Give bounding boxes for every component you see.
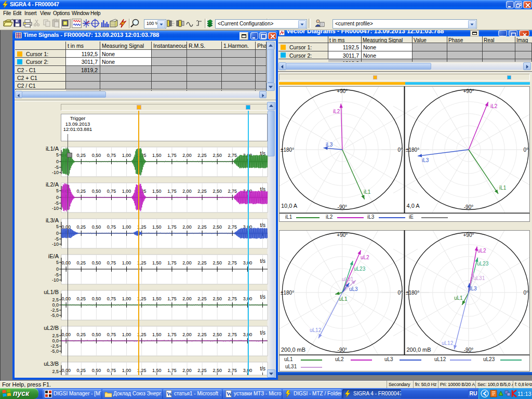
svg-text:0,75: 0,75 (107, 368, 116, 373)
svg-text:0,75: 0,75 (107, 260, 116, 265)
svg-text:-2,5: -2,5 (50, 343, 59, 349)
svg-text:+90°: +90° (337, 88, 348, 94)
svg-text:1,75: 1,75 (167, 296, 177, 301)
svg-text:-5,0: -5,0 (50, 313, 59, 318)
svg-text:uL31: uL31 (342, 276, 354, 282)
svg-text:iL3: iL3 (326, 142, 333, 148)
svg-text:0,25: 0,25 (77, 368, 86, 373)
svg-text:1,00: 1,00 (122, 368, 131, 373)
svg-text:0,25: 0,25 (77, 189, 86, 194)
svg-text:+90°: +90° (463, 232, 474, 238)
svg-text:2,25: 2,25 (197, 153, 207, 158)
svg-text:5: 5 (56, 224, 59, 229)
svg-text:W: W (167, 391, 172, 397)
svg-text:±180°: ±180° (281, 147, 294, 153)
svg-text:uL23: uL23 (477, 261, 489, 267)
svg-text:200,0 mB: 200,0 mB (407, 347, 431, 353)
svg-text:0,50: 0,50 (92, 224, 101, 230)
svg-text:2,50: 2,50 (212, 260, 222, 265)
svg-text:uL12: uL12 (310, 327, 322, 333)
svg-text:0°: 0° (523, 290, 528, 296)
svg-text:0,00: 0,00 (61, 332, 71, 337)
svg-text:±180°: ±180° (406, 147, 419, 153)
svg-text:0,75: 0,75 (107, 153, 116, 158)
svg-text:-10: -10 (52, 242, 59, 247)
svg-text:0: 0 (56, 195, 59, 200)
svg-text:t/s: t/s (260, 366, 265, 371)
svg-text:2,75: 2,75 (228, 153, 237, 158)
svg-text:-90°: -90° (464, 347, 473, 353)
svg-text:2,50: 2,50 (212, 224, 222, 230)
svg-text:-5: -5 (55, 165, 59, 170)
svg-text:t/s: t/s (260, 330, 265, 336)
svg-text:uL3: uL3 (349, 286, 358, 292)
svg-text:2,50: 2,50 (212, 153, 222, 158)
svg-text:1,50: 1,50 (152, 368, 162, 373)
svg-text:1,50: 1,50 (152, 153, 162, 158)
svg-text:2,00: 2,00 (182, 189, 192, 194)
svg-text:0,00: 0,00 (61, 260, 71, 265)
svg-text:1,75: 1,75 (167, 153, 177, 158)
svg-text:-2,5: -2,5 (50, 308, 59, 313)
svg-text:2,75: 2,75 (228, 332, 237, 337)
svg-text:uL1: uL1 (339, 296, 348, 302)
svg-text:10,0 A: 10,0 A (281, 203, 298, 209)
svg-text:0,50: 0,50 (92, 296, 101, 301)
svg-text:200,0 mB: 200,0 mB (281, 347, 305, 353)
svg-text:2,5: 2,5 (52, 297, 59, 302)
svg-text:uL31: uL31 (473, 275, 485, 281)
svg-text:-90°: -90° (464, 204, 473, 210)
svg-text:1,75: 1,75 (167, 368, 177, 373)
svg-text:-10: -10 (52, 206, 59, 211)
svg-text:0,50: 0,50 (92, 189, 101, 194)
svg-text:1,75: 1,75 (167, 189, 177, 194)
svg-text:t/s: t/s (260, 222, 265, 228)
svg-text:uL3: uL3 (468, 286, 477, 291)
svg-text:t/s: t/s (260, 258, 265, 264)
svg-text:W: W (227, 391, 232, 397)
svg-text:0,75: 0,75 (107, 296, 116, 301)
svg-text:+90°: +90° (463, 88, 474, 94)
svg-text:0,75: 0,75 (107, 189, 116, 194)
svg-text:uL23: uL23 (354, 266, 366, 272)
svg-text:±180°: ±180° (406, 290, 419, 296)
svg-text:1,50: 1,50 (152, 332, 162, 337)
svg-text:0: 0 (56, 267, 59, 272)
svg-text:uL1: uL1 (454, 295, 463, 301)
svg-text:uL2: uL2 (361, 255, 369, 260)
svg-text:uL3/B: uL3/B (44, 361, 59, 367)
svg-text:-5: -5 (55, 236, 59, 242)
svg-text:0,50: 0,50 (92, 260, 101, 265)
svg-text:0,25: 0,25 (77, 153, 86, 158)
svg-text:+90°: +90° (337, 232, 348, 238)
svg-text:1,00: 1,00 (122, 260, 131, 265)
svg-text:2,00: 2,00 (182, 368, 192, 373)
svg-text:0,00: 0,00 (61, 296, 71, 301)
svg-text:1,00: 1,00 (122, 189, 131, 194)
svg-text:2,50: 2,50 (212, 189, 222, 194)
svg-text:2,25: 2,25 (197, 368, 207, 373)
svg-text:-5,0: -5,0 (50, 349, 59, 354)
svg-text:2,00: 2,00 (182, 332, 192, 337)
svg-text:2,50: 2,50 (212, 296, 222, 301)
svg-text:1,50: 1,50 (152, 260, 162, 265)
svg-text:2,50: 2,50 (212, 332, 222, 337)
svg-text:0,25: 0,25 (77, 224, 86, 230)
svg-text:2,00: 2,00 (182, 296, 192, 301)
svg-text:2,00: 2,00 (182, 260, 192, 265)
svg-text:5: 5 (56, 152, 59, 157)
svg-text:iL1: iL1 (364, 189, 371, 195)
svg-text:-90°: -90° (338, 204, 347, 210)
svg-text:0,0: 0,0 (52, 338, 59, 343)
svg-text:0,50: 0,50 (92, 368, 101, 373)
svg-text:1,00: 1,00 (122, 296, 131, 301)
svg-text:-5: -5 (55, 201, 59, 206)
svg-text:uL2: uL2 (477, 248, 486, 254)
svg-text:2,75: 2,75 (228, 296, 237, 301)
svg-text:0°: 0° (523, 147, 528, 153)
svg-text:2,5: 2,5 (52, 369, 59, 374)
svg-text:1,00: 1,00 (122, 224, 131, 230)
svg-text:0,75: 0,75 (107, 224, 116, 230)
svg-text:11:13: 11:13 (517, 391, 531, 397)
svg-text:-5: -5 (55, 272, 59, 277)
